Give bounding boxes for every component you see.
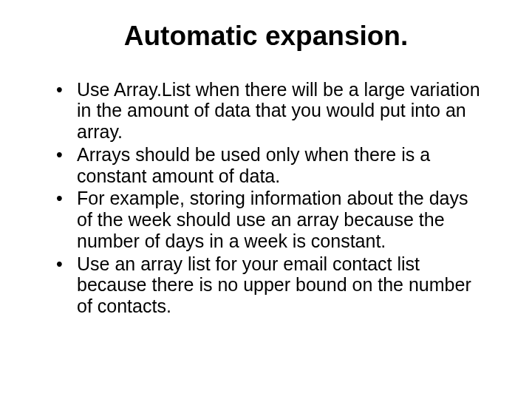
list-item: Arrays should be used only when there is… — [56, 144, 488, 187]
list-item: Use an array list for your email contact… — [56, 253, 488, 317]
list-item: Use Array.List when there will be a larg… — [56, 79, 488, 143]
slide: Automatic expansion. Use Array.List when… — [0, 0, 532, 399]
slide-title: Automatic expansion. — [35, 21, 497, 52]
list-item: For example, storing information about t… — [56, 188, 488, 251]
bullet-list: Use Array.List when there will be a larg… — [35, 79, 497, 317]
